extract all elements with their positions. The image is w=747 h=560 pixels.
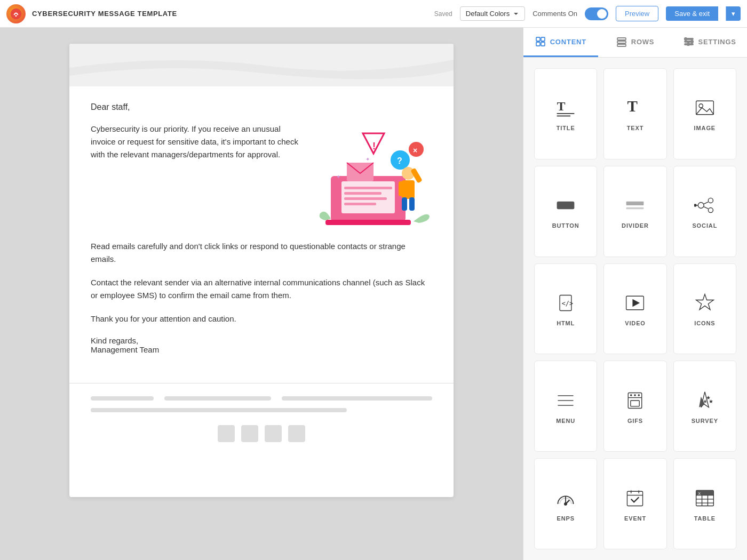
content-tab-icon bbox=[535, 36, 546, 47]
svg-text:✦: ✦ bbox=[365, 156, 370, 162]
footer-line-3 bbox=[282, 396, 432, 401]
content-item-survey[interactable]: ★ ★ ★ SURVEY bbox=[673, 361, 736, 452]
content-item-button[interactable]: BUTTON bbox=[534, 166, 597, 257]
svg-text:×: × bbox=[413, 146, 417, 155]
svg-rect-20 bbox=[409, 197, 415, 211]
svg-point-66 bbox=[638, 394, 640, 396]
social-label: SOCIAL bbox=[692, 222, 717, 229]
svg-rect-17 bbox=[399, 181, 404, 196]
event-label: EVENT bbox=[624, 515, 646, 522]
app-title: CYBERSECURITY MESSAGE TEMPLATE bbox=[32, 10, 428, 18]
svg-rect-46 bbox=[626, 207, 644, 210]
svg-rect-30 bbox=[617, 41, 626, 43]
rows-tab-icon bbox=[616, 36, 627, 47]
menu-label: MENU bbox=[556, 418, 575, 424]
tab-settings-label: SETTINGS bbox=[698, 38, 736, 46]
icons-label: ICONS bbox=[694, 320, 715, 326]
social-icon-1 bbox=[218, 425, 235, 442]
svg-rect-19 bbox=[402, 197, 407, 211]
email-closing: Thank you for your attention and caution… bbox=[91, 313, 432, 325]
svg-text:★: ★ bbox=[703, 398, 708, 404]
image-icon bbox=[693, 96, 717, 119]
content-item-title[interactable]: T TITLE bbox=[534, 68, 597, 159]
content-item-image[interactable]: IMAGE bbox=[673, 68, 736, 159]
svg-rect-6 bbox=[344, 197, 387, 200]
svg-point-49 bbox=[708, 208, 713, 213]
svg-text:X: X bbox=[698, 491, 701, 495]
content-item-enps[interactable]: ENPS bbox=[534, 458, 597, 549]
svg-point-75 bbox=[565, 502, 567, 505]
tab-settings[interactable]: SETTINGS bbox=[672, 28, 747, 57]
svg-point-0 bbox=[11, 8, 22, 19]
title-label: TITLE bbox=[557, 125, 575, 131]
save-exit-arrow[interactable]: ▾ bbox=[726, 6, 741, 21]
event-icon bbox=[623, 486, 647, 510]
email-header bbox=[69, 44, 454, 86]
svg-rect-27 bbox=[536, 42, 540, 46]
email-divider bbox=[69, 383, 454, 383]
content-item-gifs[interactable]: GIFS bbox=[603, 361, 666, 452]
svg-point-47 bbox=[698, 203, 704, 209]
enps-icon bbox=[554, 486, 577, 510]
svg-marker-57 bbox=[633, 299, 640, 307]
svg-rect-42 bbox=[696, 101, 713, 115]
content-item-menu[interactable]: MENU bbox=[534, 361, 597, 452]
content-item-social[interactable]: SOCIAL bbox=[673, 166, 736, 257]
icons-icon bbox=[693, 291, 717, 315]
html-icon: </> bbox=[554, 291, 577, 315]
preview-button[interactable]: Preview bbox=[616, 6, 658, 21]
table-label: TABLE bbox=[694, 515, 716, 522]
footer-line-4 bbox=[91, 408, 347, 412]
svg-rect-28 bbox=[541, 42, 545, 46]
svg-text:★: ★ bbox=[709, 398, 713, 404]
svg-text:?: ? bbox=[397, 156, 402, 165]
gifs-label: GIFS bbox=[627, 418, 643, 424]
panel-tabs: CONTENT ROWS SETTINGS bbox=[523, 28, 747, 58]
gifs-icon bbox=[623, 389, 647, 412]
save-exit-button[interactable]: Save & exit bbox=[666, 6, 718, 21]
tab-content[interactable]: CONTENT bbox=[523, 28, 598, 57]
svg-rect-7 bbox=[344, 203, 376, 205]
saved-status: Saved bbox=[434, 10, 452, 18]
footer-line-1 bbox=[91, 396, 154, 401]
content-grid: T TITLE T TEXT bbox=[523, 58, 747, 560]
email-intro-section: Cybersecurity is our priority. If you re… bbox=[91, 123, 432, 229]
canvas-area: Dear staff, Cybersecurity is our priorit… bbox=[0, 28, 523, 560]
svg-rect-18 bbox=[409, 181, 415, 196]
svg-rect-67 bbox=[631, 401, 639, 406]
svg-rect-76 bbox=[627, 491, 643, 506]
social-icon-4 bbox=[288, 425, 305, 442]
svg-rect-37 bbox=[687, 43, 689, 45]
svg-rect-5 bbox=[344, 192, 382, 195]
content-item-table[interactable]: X TABLE bbox=[673, 458, 736, 549]
content-item-icons[interactable]: ICONS bbox=[673, 263, 736, 355]
content-item-event[interactable]: EVENT bbox=[603, 458, 666, 549]
svg-rect-31 bbox=[617, 44, 626, 46]
email-paragraph-2: Read emails carefully and don't click li… bbox=[91, 240, 432, 266]
content-item-video[interactable]: VIDEO bbox=[603, 263, 666, 355]
svg-marker-58 bbox=[696, 294, 713, 310]
svg-rect-25 bbox=[536, 37, 540, 41]
comments-toggle[interactable] bbox=[585, 7, 608, 20]
content-item-divider[interactable]: DIVIDER bbox=[603, 166, 666, 257]
cybersecurity-image: ! ? × bbox=[315, 123, 432, 229]
colors-dropdown[interactable]: Default Colors bbox=[460, 6, 525, 21]
survey-icon: ★ ★ ★ bbox=[693, 389, 717, 412]
content-item-html[interactable]: </> HTML bbox=[534, 263, 597, 355]
button-label: BUTTON bbox=[552, 222, 579, 229]
video-icon bbox=[623, 291, 647, 315]
svg-text:✦: ✦ bbox=[336, 174, 340, 180]
divider-label: DIVIDER bbox=[622, 222, 649, 229]
signature-line2: Management Team bbox=[91, 345, 159, 354]
tab-rows[interactable]: ROWS bbox=[598, 28, 673, 57]
text-icon: T bbox=[623, 96, 647, 119]
svg-point-48 bbox=[708, 198, 713, 203]
email-body: Dear staff, Cybersecurity is our priorit… bbox=[69, 86, 454, 370]
tab-rows-label: ROWS bbox=[631, 38, 655, 46]
social-icon-3 bbox=[265, 425, 282, 442]
topbar-actions: Saved Default Colors Comments On Preview… bbox=[434, 6, 741, 21]
svg-rect-29 bbox=[617, 38, 626, 40]
svg-line-51 bbox=[704, 207, 708, 209]
content-item-text[interactable]: T TEXT bbox=[603, 68, 666, 159]
svg-text:</>: </> bbox=[562, 300, 573, 307]
